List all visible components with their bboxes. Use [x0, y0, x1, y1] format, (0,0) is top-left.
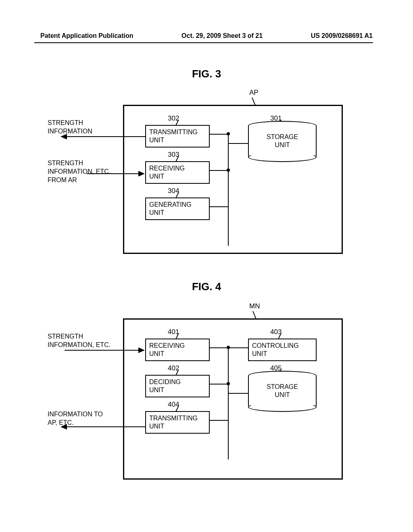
fig4-out-line	[67, 426, 145, 427]
conn-402	[210, 384, 228, 384]
conn-302	[210, 134, 228, 135]
block-304: GENERATING UNIT	[145, 197, 210, 220]
fig4-bus-vertical	[228, 347, 229, 459]
node	[227, 382, 230, 385]
block-405-text: STORAGE UNIT	[249, 383, 316, 399]
conn-401	[210, 347, 228, 348]
fig3-ext-in-label: STRENGTH INFORMATION, ETC. FROM AR	[48, 159, 111, 184]
fig3-in-line	[87, 173, 139, 174]
ap-label: AP	[249, 89, 259, 97]
fig4-ext-out-label: INFORMATION TO AP, ETC.	[48, 410, 103, 427]
header-left: Patent Application Publication	[40, 32, 133, 39]
arrow-right-icon	[138, 171, 145, 177]
mn-label: MN	[249, 302, 260, 310]
node	[227, 168, 230, 172]
conn-304	[210, 206, 228, 207]
block-404: TRANSMITTING UNIT	[145, 411, 210, 434]
conn-301	[229, 143, 248, 144]
fig4-in-line	[65, 350, 139, 351]
block-302: TRANSMITTING UNIT	[145, 125, 210, 148]
arrow-right-icon	[138, 347, 145, 353]
fig4-title: FIG. 4	[192, 281, 221, 293]
fig3-bus-vertical	[228, 133, 229, 246]
conn-405	[229, 393, 248, 394]
fig3-diagram: AP 302 TRANSMITTING UNIT 303 RECEIVING U…	[0, 85, 413, 258]
block-402: DECIDING UNIT	[145, 375, 210, 397]
fig3-title: FIG. 3	[192, 68, 221, 80]
header-rule	[34, 42, 373, 43]
fig3-ext-out-label: STRENGTH INFORMATION	[48, 119, 92, 136]
fig4-diagram: MN 401 RECEIVING UNIT 402 DECIDING UNIT …	[0, 298, 413, 488]
cylinder-301: STORAGE UNIT	[248, 125, 317, 161]
header-right: US 2009/0268691 A1	[311, 32, 373, 39]
header-center: Oct. 29, 2009 Sheet 3 of 21	[181, 32, 263, 39]
conn-303	[210, 170, 228, 171]
block-401: RECEIVING UNIT	[145, 339, 210, 361]
block-301-text: STORAGE UNIT	[249, 133, 316, 149]
block-403: CONTROLLING UNIT	[248, 339, 317, 361]
arrow-left-icon	[60, 424, 67, 430]
conn-404	[210, 420, 228, 421]
page-header: Patent Application Publication Oct. 29, …	[0, 32, 413, 39]
conn-403	[229, 347, 248, 348]
cylinder-405: STORAGE UNIT	[248, 375, 317, 411]
block-303: RECEIVING UNIT	[145, 161, 210, 184]
node	[227, 132, 230, 135]
fig3-out-line	[67, 136, 145, 137]
arrow-left-icon	[60, 134, 67, 139]
fig4-ext-in-label: STRENGTH INFORMATION, ETC.	[48, 332, 111, 349]
